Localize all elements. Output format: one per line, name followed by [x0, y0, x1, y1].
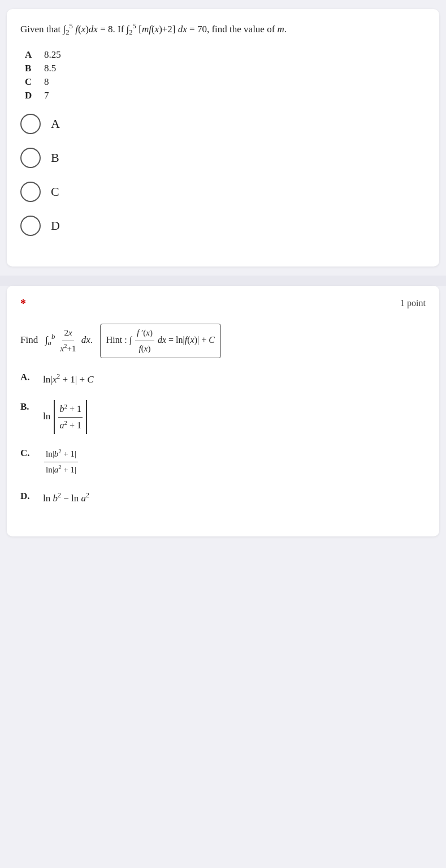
- radio-label-c: C: [51, 184, 59, 199]
- find-option-c: C. ln|b2 + 1| ln|a2 + 1|: [20, 446, 426, 477]
- find-label: Find: [20, 334, 38, 345]
- find-option-d: D. ln b2 − ln a2: [20, 489, 426, 507]
- radio-circle-c[interactable]: [20, 182, 41, 202]
- radio-option-b[interactable]: B: [20, 148, 426, 168]
- option-c-label: C: [25, 76, 41, 88]
- required-asterisk: *: [20, 297, 26, 310]
- question-1-text: Given that ∫25 f(x)dx = 8. If ∫25 [mf(x)…: [20, 20, 426, 39]
- find-content-a: ln|x2 + 1| + C: [43, 371, 94, 388]
- radio-circle-d[interactable]: [20, 216, 41, 236]
- option-b-label: B: [25, 63, 41, 74]
- radio-option-c[interactable]: C: [20, 182, 426, 202]
- answer-options-table: A 8.25 B 8.5 C 8 D 7: [25, 49, 426, 101]
- question-2-card: * 1 point Find ∫ab 2x x2+1 dx. Hint : ∫ …: [7, 286, 439, 536]
- option-c-value: 8: [44, 76, 49, 88]
- option-d-label: D: [25, 90, 41, 101]
- option-a-label: A: [25, 49, 41, 61]
- find-label-c: C.: [20, 446, 41, 459]
- option-a-value: 8.25: [44, 49, 61, 61]
- find-label-b: B.: [20, 400, 41, 412]
- radio-label-b: B: [51, 151, 59, 165]
- radio-circle-b[interactable]: [20, 148, 41, 168]
- radio-label-a: A: [51, 117, 60, 131]
- option-c-row: C 8: [25, 76, 426, 88]
- find-content-b: ln b2 + 1 a2 + 1: [43, 400, 88, 434]
- hint-box: Hint : ∫ f ′(x) f(x) dx = ln|f(x)| + C: [100, 324, 221, 358]
- radio-circle-a[interactable]: [20, 114, 41, 134]
- option-a-row: A 8.25: [25, 49, 426, 61]
- option-b-row: B 8.5: [25, 63, 426, 74]
- option-d-row: D 7: [25, 90, 426, 101]
- find-question-text: Find ∫ab 2x x2+1 dx. Hint : ∫ f ′(x) f(x…: [20, 324, 426, 358]
- option-b-value: 8.5: [44, 63, 56, 74]
- find-answers-group: A. ln|x2 + 1| + C B. ln b2 + 1 a2 + 1 C.…: [20, 371, 426, 507]
- find-label-a: A.: [20, 371, 41, 383]
- find-option-a: A. ln|x2 + 1| + C: [20, 371, 426, 388]
- radio-option-d[interactable]: D: [20, 216, 426, 236]
- radio-option-a[interactable]: A: [20, 114, 426, 134]
- points-label: 1 point: [400, 298, 426, 308]
- radio-options-group: A B C D: [20, 114, 426, 236]
- points-row: * 1 point: [20, 297, 426, 310]
- integral-find: ∫ab 2x x2+1 dx.: [45, 334, 95, 345]
- radio-label-d: D: [51, 218, 60, 233]
- find-label-d: D.: [20, 489, 41, 502]
- integral-2: ∫25 [mf(x)+2] dx = 70,: [127, 24, 212, 35]
- section-divider: [0, 276, 446, 286]
- find-content-c: ln|b2 + 1| ln|a2 + 1|: [43, 446, 79, 477]
- find-content-d: ln b2 − ln a2: [43, 489, 89, 507]
- question-1-card: Given that ∫25 f(x)dx = 8. If ∫25 [mf(x)…: [7, 9, 439, 267]
- find-option-b: B. ln b2 + 1 a2 + 1: [20, 400, 426, 434]
- integral-1: ∫25 f(x)dx = 8.: [63, 24, 118, 35]
- option-d-value: 7: [44, 90, 49, 101]
